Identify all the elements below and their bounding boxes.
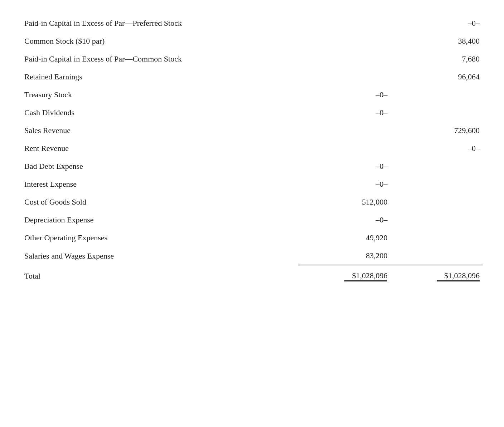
table-row: Treasury Stock–0– [21,86,483,104]
credit-value [390,86,483,104]
credit-value [390,175,483,193]
debit-value [298,14,391,32]
debit-value: –0– [298,104,391,122]
table-row: Salaries and Wages Expense83,200 [21,247,483,265]
credit-value [390,157,483,175]
table-row: Rent Revenue–0– [21,139,483,157]
table-row: Cost of Goods Sold512,000 [21,193,483,211]
account-name: Bad Debt Expense [21,157,298,175]
account-name: Rent Revenue [21,139,298,157]
account-name: Retained Earnings [21,68,298,86]
table-row: Depreciation Expense–0– [21,211,483,229]
credit-value [390,211,483,229]
credit-value: –0– [390,139,483,157]
debit-value: 83,200 [298,247,391,265]
debit-value: –0– [298,86,391,104]
table-row: Paid-in Capital in Excess of Par—Common … [21,50,483,68]
credit-value: 38,400 [390,32,483,50]
credit-value: –0– [390,14,483,32]
debit-value [298,32,391,50]
account-name: Interest Expense [21,175,298,193]
total-row: Total$1,028,096$1,028,096 [21,265,483,284]
debit-value [298,139,391,157]
debit-value [298,122,391,139]
debit-value: –0– [298,211,391,229]
credit-value: 7,680 [390,50,483,68]
account-name: Paid-in Capital in Excess of Par—Preferr… [21,14,298,32]
debit-value [298,68,391,86]
table-row: Other Operating Expenses49,920 [21,229,483,247]
table-row: Cash Dividends–0– [21,104,483,122]
account-name: Cost of Goods Sold [21,193,298,211]
account-name: Salaries and Wages Expense [21,247,298,265]
account-name: Treasury Stock [21,86,298,104]
account-name: Other Operating Expenses [21,229,298,247]
ledger-table: Paid-in Capital in Excess of Par—Preferr… [21,14,483,284]
table-row: Common Stock ($10 par)38,400 [21,32,483,50]
credit-value [390,247,483,265]
debit-value: 49,920 [298,229,391,247]
credit-value: 729,600 [390,122,483,139]
table-row: Bad Debt Expense–0– [21,157,483,175]
account-name: Sales Revenue [21,122,298,139]
total-label: Total [21,265,298,284]
table-row: Sales Revenue729,600 [21,122,483,139]
account-name: Cash Dividends [21,104,298,122]
debit-value [298,50,391,68]
credit-value: 96,064 [390,68,483,86]
account-name: Common Stock ($10 par) [21,32,298,50]
debit-value: –0– [298,157,391,175]
table-row: Retained Earnings96,064 [21,68,483,86]
credit-value [390,104,483,122]
credit-value [390,193,483,211]
table-row: Paid-in Capital in Excess of Par—Preferr… [21,14,483,32]
table-row: Interest Expense–0– [21,175,483,193]
account-name: Paid-in Capital in Excess of Par—Common … [21,50,298,68]
debit-value: –0– [298,175,391,193]
total-credit: $1,028,096 [390,265,483,284]
total-debit: $1,028,096 [298,265,391,284]
credit-value [390,229,483,247]
debit-value: 512,000 [298,193,391,211]
account-name: Depreciation Expense [21,211,298,229]
